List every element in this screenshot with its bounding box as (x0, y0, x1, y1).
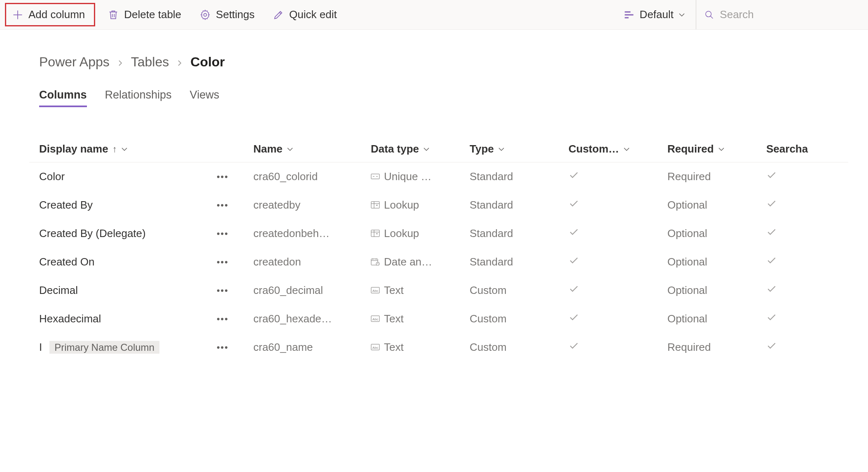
more-actions-icon[interactable]: ••• (217, 314, 229, 324)
toolbar: Add column Delete table Settings Quick e… (0, 0, 868, 30)
search-input[interactable] (720, 8, 855, 21)
chevron-down-icon (623, 146, 630, 153)
more-actions-icon[interactable]: ••• (217, 200, 229, 211)
content: Power Apps Tables Color Columns Relation… (0, 30, 868, 362)
breadcrumb-current: Color (190, 54, 225, 70)
cell-name: cra60_decimal (253, 284, 371, 297)
datatype-icon: Abc (371, 341, 380, 354)
cell-type: Custom (470, 312, 569, 325)
cell-customizable (569, 227, 667, 240)
tab-relationships[interactable]: Relationships (105, 89, 172, 107)
header-datatype[interactable]: Data type (371, 143, 470, 155)
cell-datatype: Unique … (371, 170, 470, 183)
chevron-down-icon (287, 146, 293, 153)
quick-edit-button[interactable]: Quick edit (267, 4, 343, 25)
cell-display-name: Color (39, 170, 65, 183)
plus-icon (12, 9, 23, 21)
table-row[interactable]: Hexadecimal ••• cra60_hexade… Abc Text C… (29, 305, 848, 333)
table-row[interactable]: Color ••• cra60_colorid Unique … Standar… (29, 162, 848, 191)
header-custom[interactable]: Custom… (569, 143, 667, 155)
more-actions-icon[interactable]: ••• (217, 342, 229, 353)
settings-button[interactable]: Settings (194, 4, 260, 25)
cell-datatype: Lookup (371, 227, 470, 240)
tabs: Columns Relationships Views (39, 89, 848, 107)
cell-required: Optional (667, 256, 766, 268)
more-actions-icon[interactable]: ••• (217, 257, 229, 268)
search-box (696, 0, 863, 29)
datatype-icon: Abc (371, 312, 380, 325)
tab-columns[interactable]: Columns (39, 89, 87, 107)
datatype-icon (371, 170, 380, 183)
delete-table-button[interactable]: Delete table (102, 4, 187, 25)
cell-required: Optional (667, 284, 766, 297)
cell-type: Custom (470, 284, 569, 297)
primary-name-pill: Primary Name Column (49, 341, 159, 354)
cell-searchable (766, 284, 828, 297)
cell-name: createdonbeh… (253, 227, 371, 240)
svg-text:Abc: Abc (372, 317, 378, 321)
header-searchable[interactable]: Searcha (766, 143, 828, 155)
cell-customizable (569, 340, 667, 354)
table-row[interactable]: IPrimary Name Column ••• cra60_name Abc … (29, 333, 848, 362)
quick-edit-label: Quick edit (289, 8, 337, 21)
cell-datatype: Abc Text (371, 341, 470, 354)
cell-customizable (569, 170, 667, 183)
add-column-button[interactable]: Add column (5, 3, 95, 26)
header-display-name[interactable]: Display name ↑ (29, 143, 253, 155)
gear-icon (199, 9, 211, 21)
chevron-right-icon (176, 54, 183, 70)
more-actions-icon[interactable]: ••• (217, 285, 229, 296)
cell-searchable (766, 255, 828, 269)
cell-name: cra60_name (253, 341, 371, 354)
cell-customizable (569, 312, 667, 326)
trash-icon (108, 9, 119, 21)
header-required[interactable]: Required (667, 143, 766, 155)
svg-text:Abc: Abc (372, 346, 378, 350)
header-type[interactable]: Type (470, 143, 569, 155)
table-row[interactable]: Created By ••• createdby Lookup Standard… (29, 191, 848, 219)
cell-searchable (766, 312, 828, 326)
svg-rect-4 (371, 230, 379, 237)
svg-text:Abc: Abc (372, 289, 378, 293)
datatype-icon (371, 199, 380, 211)
table-row[interactable]: Created By (Delegate) ••• createdonbeh… … (29, 219, 848, 248)
more-actions-icon[interactable]: ••• (217, 228, 229, 239)
svg-point-0 (204, 13, 207, 16)
cell-type: Standard (470, 199, 569, 211)
cell-name: createdby (253, 199, 371, 211)
columns-table: Display name ↑ Name Data type Type Custo… (29, 136, 848, 362)
chevron-down-icon (718, 146, 725, 153)
svg-rect-3 (371, 202, 379, 208)
datatype-icon (371, 227, 380, 240)
svg-rect-2 (371, 174, 379, 179)
pencil-icon (273, 9, 284, 21)
delete-table-label: Delete table (124, 8, 181, 21)
cell-searchable (766, 340, 828, 354)
cell-customizable (569, 284, 667, 297)
cell-type: Custom (470, 341, 569, 354)
breadcrumb: Power Apps Tables Color (39, 54, 848, 70)
cell-type: Standard (470, 256, 569, 268)
cell-name: cra60_hexade… (253, 312, 371, 325)
view-selector-label: Default (640, 8, 674, 21)
cell-display-name: Created By (39, 199, 93, 211)
view-selector[interactable]: Default (617, 4, 692, 25)
list-icon (623, 9, 635, 21)
breadcrumb-tables[interactable]: Tables (131, 54, 169, 70)
datatype-icon: Abc (371, 284, 380, 297)
cell-customizable (569, 255, 667, 269)
cell-datatype: Abc Text (371, 284, 470, 297)
header-name[interactable]: Name (253, 143, 371, 155)
table-rows: Color ••• cra60_colorid Unique … Standar… (29, 162, 848, 362)
table-row[interactable]: Created On ••• createdon Date an… Standa… (29, 248, 848, 276)
breadcrumb-powerapps[interactable]: Power Apps (39, 54, 110, 70)
more-actions-icon[interactable]: ••• (217, 171, 229, 182)
tab-views[interactable]: Views (190, 89, 220, 107)
table-row[interactable]: Decimal ••• cra60_decimal Abc Text Custo… (29, 276, 848, 305)
toolbar-left: Add column Delete table Settings Quick e… (5, 3, 617, 26)
search-icon (704, 9, 714, 20)
svg-point-1 (706, 11, 711, 17)
chevron-down-icon (121, 146, 128, 153)
cell-datatype: Date an… (371, 256, 470, 268)
chevron-down-icon (678, 12, 685, 18)
